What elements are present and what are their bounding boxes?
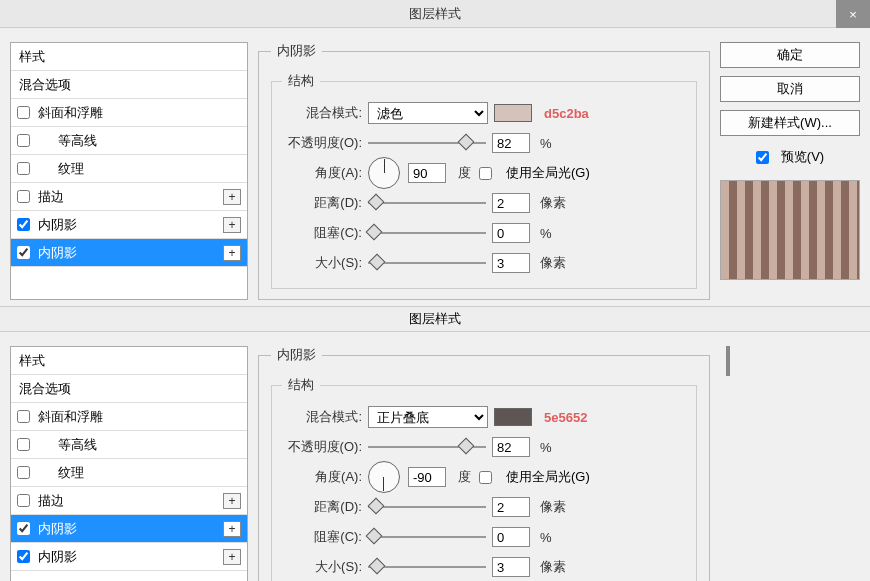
- styles-list: 样式 混合选项 斜面和浮雕 等高线 纹理 描边+ 内阴影+ 内阴影+: [10, 42, 248, 300]
- texture-checkbox[interactable]: [17, 162, 30, 175]
- blend-mode-label: 混合模式:: [282, 104, 362, 122]
- choke-input[interactable]: [492, 223, 530, 243]
- opacity-input[interactable]: [492, 437, 530, 457]
- list-item-texture[interactable]: 纹理: [11, 155, 247, 183]
- list-item-stroke[interactable]: 描边+: [11, 487, 247, 515]
- color-swatch[interactable]: [494, 408, 532, 426]
- list-item-inner-shadow-1[interactable]: 内阴影+: [11, 211, 247, 239]
- plus-icon[interactable]: +: [223, 189, 241, 205]
- stub-bar: [726, 346, 730, 376]
- blend-mode-select[interactable]: 正片叠底: [368, 406, 488, 428]
- list-item-bevel[interactable]: 斜面和浮雕: [11, 99, 247, 127]
- blend-mode-label: 混合模式:: [282, 408, 362, 426]
- choke-slider[interactable]: [368, 530, 486, 544]
- stroke-checkbox[interactable]: [17, 494, 30, 507]
- angle-dial[interactable]: [368, 461, 400, 493]
- list-item-inner-shadow-1[interactable]: 内阴影+: [11, 515, 247, 543]
- size-label: 大小(S):: [282, 558, 362, 576]
- structure-fieldset: 结构 混合模式: 正片叠底 5e5652 不透明度(O): % 角度(A):: [271, 376, 697, 581]
- inner-shadow-fieldset: 内阴影 结构 混合模式: 滤色 d5c2ba 不透明度(O): % 角度(A):: [258, 42, 710, 300]
- list-item-inner-shadow-2[interactable]: 内阴影+: [11, 239, 247, 267]
- distance-slider[interactable]: [368, 196, 486, 210]
- dialog-title: 图层样式: [409, 5, 461, 23]
- dialog-body-2: 样式 混合选项 斜面和浮雕 等高线 纹理 描边+ 内阴影+ 内阴影+ 内阴影 结…: [0, 332, 870, 581]
- plus-icon[interactable]: +: [223, 245, 241, 261]
- global-light-checkbox[interactable]: [479, 167, 492, 180]
- inner-shadow-fieldset: 内阴影 结构 混合模式: 正片叠底 5e5652 不透明度(O): % 角度(A…: [258, 346, 710, 581]
- list-item-bevel[interactable]: 斜面和浮雕: [11, 403, 247, 431]
- size-slider[interactable]: [368, 256, 486, 270]
- inner-shadow-legend: 内阴影: [271, 42, 322, 60]
- choke-input[interactable]: [492, 527, 530, 547]
- global-light-checkbox[interactable]: [479, 471, 492, 484]
- structure-legend: 结构: [282, 72, 320, 90]
- bevel-checkbox[interactable]: [17, 410, 30, 423]
- opacity-slider[interactable]: [368, 136, 486, 150]
- texture-checkbox[interactable]: [17, 466, 30, 479]
- contour-checkbox[interactable]: [17, 134, 30, 147]
- list-item-contour[interactable]: 等高线: [11, 127, 247, 155]
- opacity-slider[interactable]: [368, 440, 486, 454]
- plus-icon[interactable]: +: [223, 217, 241, 233]
- color-swatch[interactable]: [494, 104, 532, 122]
- stroke-checkbox[interactable]: [17, 190, 30, 203]
- preview-checkbox[interactable]: [756, 151, 769, 164]
- angle-dial[interactable]: [368, 157, 400, 189]
- angle-label: 角度(A):: [282, 468, 362, 486]
- choke-slider[interactable]: [368, 226, 486, 240]
- settings-panel-2: 内阴影 结构 混合模式: 正片叠底 5e5652 不透明度(O): % 角度(A…: [258, 346, 710, 581]
- inner-shadow-checkbox-2[interactable]: [17, 246, 30, 259]
- blend-mode-select[interactable]: 滤色: [368, 102, 488, 124]
- size-input[interactable]: [492, 557, 530, 577]
- size-slider[interactable]: [368, 560, 486, 574]
- close-icon: ×: [849, 7, 857, 22]
- size-input[interactable]: [492, 253, 530, 273]
- list-header-styles[interactable]: 样式: [11, 347, 247, 375]
- title-bar: 图层样式 ×: [0, 0, 870, 28]
- right-column: 确定 取消 新建样式(W)... 预览(V): [720, 42, 860, 300]
- opacity-input[interactable]: [492, 133, 530, 153]
- angle-input[interactable]: [408, 467, 446, 487]
- inner-shadow-checkbox-2[interactable]: [17, 550, 30, 563]
- inner-shadow-checkbox-1[interactable]: [17, 218, 30, 231]
- styles-list-2: 样式 混合选项 斜面和浮雕 等高线 纹理 描边+ 内阴影+ 内阴影+: [10, 346, 248, 581]
- inner-shadow-checkbox-1[interactable]: [17, 522, 30, 535]
- list-item-texture[interactable]: 纹理: [11, 459, 247, 487]
- ok-button[interactable]: 确定: [720, 42, 860, 68]
- distance-input[interactable]: [492, 497, 530, 517]
- right-stub: [720, 346, 860, 581]
- new-style-button[interactable]: 新建样式(W)...: [720, 110, 860, 136]
- preview-label: 预览(V): [781, 148, 824, 166]
- choke-label: 阻塞(C):: [282, 528, 362, 546]
- distance-input[interactable]: [492, 193, 530, 213]
- bevel-checkbox[interactable]: [17, 106, 30, 119]
- distance-label: 距离(D):: [282, 194, 362, 212]
- plus-icon[interactable]: +: [223, 493, 241, 509]
- close-button[interactable]: ×: [836, 0, 870, 28]
- pct-unit: %: [540, 136, 552, 151]
- distance-slider[interactable]: [368, 500, 486, 514]
- structure-fieldset: 结构 混合模式: 滤色 d5c2ba 不透明度(O): % 角度(A):: [271, 72, 697, 289]
- settings-panel-1: 内阴影 结构 混合模式: 滤色 d5c2ba 不透明度(O): % 角度(A):: [258, 42, 710, 300]
- distance-label: 距离(D):: [282, 498, 362, 516]
- subtitle-bar: 图层样式: [0, 306, 870, 332]
- preview-thumbnail: [720, 180, 860, 280]
- list-item-contour[interactable]: 等高线: [11, 431, 247, 459]
- plus-icon[interactable]: +: [223, 521, 241, 537]
- list-header-styles[interactable]: 样式: [11, 43, 247, 71]
- angle-label: 角度(A):: [282, 164, 362, 182]
- color-hex: d5c2ba: [544, 106, 589, 121]
- color-hex: 5e5652: [544, 410, 587, 425]
- list-item-inner-shadow-2[interactable]: 内阴影+: [11, 543, 247, 571]
- global-light-label: 使用全局光(G): [506, 164, 590, 182]
- size-label: 大小(S):: [282, 254, 362, 272]
- cancel-button[interactable]: 取消: [720, 76, 860, 102]
- list-item-blend-options[interactable]: 混合选项: [11, 375, 247, 403]
- list-item-stroke[interactable]: 描边+: [11, 183, 247, 211]
- choke-label: 阻塞(C):: [282, 224, 362, 242]
- angle-input[interactable]: [408, 163, 446, 183]
- list-item-blend-options[interactable]: 混合选项: [11, 71, 247, 99]
- plus-icon[interactable]: +: [223, 549, 241, 565]
- opacity-label: 不透明度(O):: [282, 438, 362, 456]
- contour-checkbox[interactable]: [17, 438, 30, 451]
